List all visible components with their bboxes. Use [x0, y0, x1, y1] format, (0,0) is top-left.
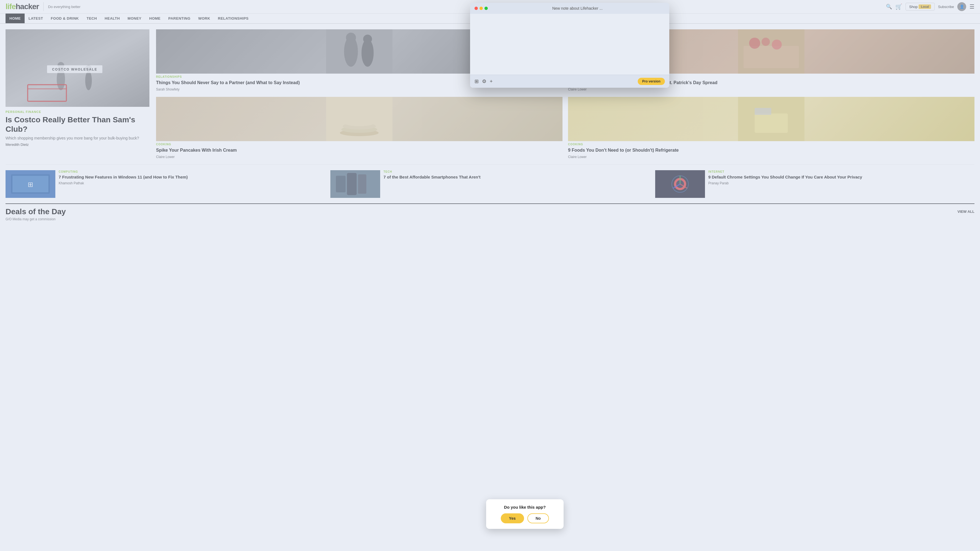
nav-item-health[interactable]: HEALTH [101, 14, 124, 23]
nav-item-latest[interactable]: LATEST [25, 14, 47, 23]
svg-rect-33 [347, 173, 356, 195]
shop-button[interactable]: Shop Local [905, 3, 935, 11]
bottom-card-content-1: TECH 7 of the Best Affordable Smartphone… [383, 170, 650, 182]
sidebar-toggle-icon[interactable]: ⊞ [474, 78, 479, 84]
article-author-3[interactable]: Claire Lower [568, 155, 974, 159]
bottom-card-content-2: INTERNET 9 Default Chrome Settings You S… [708, 170, 974, 185]
cart-wrapper: 🛒 [895, 3, 902, 10]
svg-point-12 [346, 33, 356, 43]
hero-description: Which shopping membership gives you more… [6, 136, 150, 140]
article-category-3: COOKING [568, 143, 974, 146]
bottom-card-category-0: COMPUTING [59, 170, 325, 173]
hero-title[interactable]: Is Costco Really Better Than Sam's Club? [6, 115, 150, 134]
minimize-button[interactable] [479, 6, 483, 10]
bottom-articles: ⊞ COMPUTING 7 Frustrating New Features i… [6, 164, 974, 204]
nav-item-home[interactable]: HOME [6, 14, 25, 23]
hero-image: COSTCO WHOLESALE [6, 29, 150, 107]
bottom-card-1: TECH 7 of the Best Affordable Smartphone… [330, 170, 650, 198]
bottom-card-title-1[interactable]: 7 of the Best Affordable Smartphones Tha… [383, 174, 650, 180]
shop-label: Shop [909, 5, 918, 9]
article-card-3: COOKING 9 Foods You Don't Need to (or Sh… [568, 97, 974, 159]
article-author-2[interactable]: Claire Lower [156, 155, 563, 159]
bottom-card-2: INTERNET 9 Default Chrome Settings You S… [655, 170, 974, 198]
pro-version-button[interactable]: Pro version [638, 78, 665, 85]
nav-item-food[interactable]: FOOD & DRINK [47, 14, 83, 23]
deals-header: Deals of the Day VIEW ALL [6, 204, 974, 216]
cart-icon[interactable]: 🛒 [895, 3, 902, 10]
nav-item-home2[interactable]: HOME [145, 14, 164, 23]
article-author-1[interactable]: Claire Lower [568, 88, 974, 91]
settings-icon[interactable]: ⚙ [482, 78, 487, 84]
article-image-2 [156, 97, 563, 141]
bottom-card-category-1: TECH [383, 170, 650, 173]
header-divider [43, 2, 44, 11]
bottom-card-image-0: ⊞ [6, 170, 55, 198]
svg-rect-27 [755, 108, 772, 115]
svg-point-19 [772, 40, 782, 49]
note-toolbar: ⊞ ⚙ + Pro version [470, 75, 669, 88]
search-icon[interactable]: 🔍 [886, 3, 892, 10]
hero-author[interactable]: Meredith Dietz [6, 143, 150, 147]
deals-title: Deals of the Day [6, 207, 66, 216]
avatar[interactable]: 👤 [957, 2, 966, 11]
add-icon[interactable]: + [490, 79, 493, 84]
svg-rect-26 [755, 113, 788, 133]
deals-commission: G/O Media may get a commission [6, 216, 974, 225]
svg-point-14 [363, 35, 372, 43]
article-author-0[interactable]: Sarah Showfety [156, 88, 563, 91]
bottom-card-title-2[interactable]: 9 Default Chrome Settings You Should Cha… [708, 174, 974, 180]
bottom-card-title-0[interactable]: 7 Frustrating New Features in Windows 11… [59, 174, 325, 180]
note-title: New note about Lifehacker ... [490, 6, 665, 11]
hero-category: PERSONAL FINANCE [6, 110, 150, 113]
note-titlebar: New note about Lifehacker ... [470, 3, 669, 14]
article-title-2[interactable]: Spike Your Pancakes With Irish Cream [156, 148, 563, 153]
maximize-button[interactable] [484, 6, 488, 10]
note-popup: New note about Lifehacker ... ⊞ ⚙ + Pro … [470, 3, 669, 88]
hamburger-icon[interactable]: ☰ [969, 3, 974, 10]
svg-rect-10 [326, 29, 393, 73]
nav-item-money[interactable]: MONEY [124, 14, 145, 23]
article-card-2: COOKING Spike Your Pancakes With Irish C… [156, 97, 563, 159]
bottom-card-image-1 [330, 170, 380, 198]
tagline: Do everything better [48, 5, 81, 9]
note-body[interactable] [470, 14, 669, 75]
close-button[interactable] [474, 6, 478, 10]
svg-rect-34 [358, 174, 366, 194]
nav-item-tech[interactable]: TECH [83, 14, 101, 23]
bottom-card-image-2 [655, 170, 705, 198]
article-title-3[interactable]: 9 Foods You Don't Need to (or Shouldn't)… [568, 148, 974, 153]
note-toolbar-left: ⊞ ⚙ + [474, 78, 493, 84]
article-category-2: COOKING [156, 143, 563, 146]
bottom-card-category-2: INTERNET [708, 170, 974, 173]
svg-point-18 [762, 38, 770, 46]
nav-item-relationships[interactable]: RELATIONSHIPS [214, 14, 253, 23]
subscribe-button[interactable]: Subscribe [938, 5, 954, 9]
svg-text:COSTCO WHOLESALE: COSTCO WHOLESALE [52, 67, 97, 72]
bottom-card-author-2[interactable]: Pranay Parab [708, 181, 974, 185]
nav-item-parenting[interactable]: PARENTING [164, 14, 194, 23]
hero-left: COSTCO WHOLESALE PERSONAL FINANCE Is Cos… [6, 29, 150, 159]
local-badge: Local [919, 5, 931, 9]
bottom-card-author-0[interactable]: Khamosh Pathak [59, 181, 325, 185]
view-all-button[interactable]: VIEW ALL [957, 210, 974, 213]
bottom-card-0: ⊞ COMPUTING 7 Frustrating New Features i… [6, 170, 325, 198]
svg-point-24 [344, 119, 375, 126]
traffic-lights [474, 6, 488, 10]
svg-text:⊞: ⊞ [28, 181, 33, 188]
svg-point-4 [85, 71, 92, 90]
bottom-card-content-0: COMPUTING 7 Frustrating New Features in … [59, 170, 325, 185]
header-right: 🔍 🛒 Shop Local Subscribe 👤 ☰ [886, 2, 974, 11]
svg-rect-16 [744, 46, 799, 68]
logo: lifehacker [6, 2, 39, 11]
nav-item-work[interactable]: WORK [194, 14, 214, 23]
svg-point-17 [749, 38, 760, 49]
article-image-3 [568, 97, 974, 141]
svg-rect-35 [336, 176, 345, 192]
